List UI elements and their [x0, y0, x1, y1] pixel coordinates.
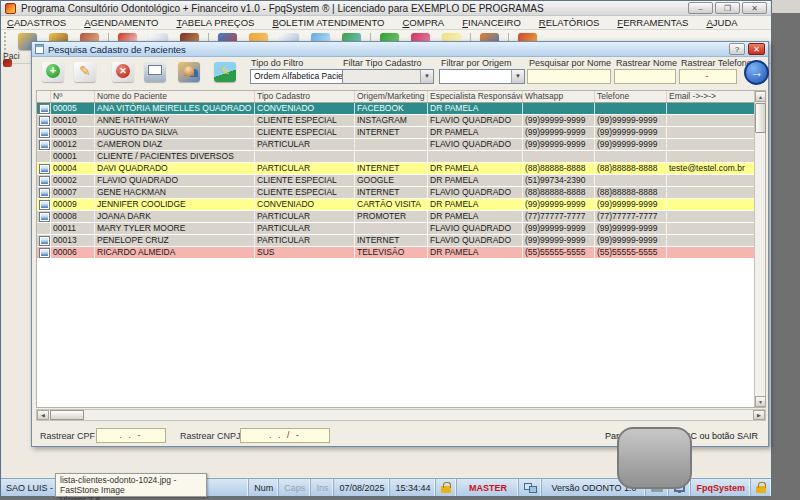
table-row[interactable]: 00009 JENNIFER COOLIDGE CONVENIADO CARTÃ…: [37, 199, 756, 211]
scroll-down-icon[interactable]: ▼: [755, 396, 766, 407]
cell-origem: GOOGLE: [355, 175, 428, 186]
status-brand: FpqSystem: [691, 479, 751, 496]
filtrar-tipo-select[interactable]: ▼: [342, 69, 434, 84]
table-row[interactable]: 00008 JOANA DARK PARTICULAR PROMOTER DR …: [37, 211, 756, 223]
column-especialista[interactable]: Especialista Responsável: [428, 91, 523, 102]
mini-red-icon: [3, 59, 12, 67]
table-row[interactable]: 00013 PENELOPE CRUZ PARTICULAR INTERNET …: [37, 235, 756, 247]
faststone-overlay: [617, 427, 692, 489]
table-row[interactable]: 00011 MARY TYLER MOORE PARTICULAR FLAVIO…: [37, 223, 756, 235]
column-icon-spacer: [37, 91, 51, 102]
rastrear-nome-input[interactable]: [614, 69, 676, 84]
window-title: Programa Consultório Odontológico + Fina…: [21, 3, 544, 14]
tooltip-line1: lista-clientes-odonto-1024.jpg - FastSto…: [60, 475, 202, 495]
scroll-left-icon[interactable]: ◀: [37, 410, 49, 420]
dialog-titlebar[interactable]: Pesquisa Cadastro de Pacientes ? ✕: [32, 42, 768, 57]
cell-whatsapp: (51)99734-2390: [523, 175, 595, 186]
dialog-close-button[interactable]: ✕: [748, 43, 765, 55]
minimize-button[interactable]: –: [688, 2, 713, 14]
cell-tipo: CLIENTE ESPECIAL: [255, 127, 355, 138]
cell-num: 00012: [51, 139, 95, 150]
cell-telefone: (99)99999-9999: [595, 199, 667, 210]
vertical-scrollbar[interactable]: ▲ ▼: [754, 91, 765, 407]
cell-whatsapp: (88)88888-8888: [523, 187, 595, 198]
contacts-button[interactable]: [178, 62, 200, 82]
dialog-help-button[interactable]: ?: [729, 43, 745, 55]
cell-nome: ANA VITÓRIA MEIRELLES QUADRADO: [95, 103, 255, 114]
restore-button[interactable]: ❐: [715, 2, 740, 14]
pesquisar-nome-input[interactable]: [527, 69, 611, 84]
cell-num: 00010: [51, 115, 95, 126]
filtrar-origem-select[interactable]: ▼: [439, 69, 525, 84]
cell-origem: PROMOTER: [355, 211, 428, 222]
menu-item-cadastros[interactable]: CADASTROS: [7, 17, 66, 28]
cell-nome: RICARDO ALMEIDA: [95, 247, 255, 258]
search-go-button[interactable]: →: [744, 60, 769, 85]
delete-patient-button[interactable]: [112, 62, 134, 82]
add-patient-button[interactable]: [42, 62, 64, 82]
table-row[interactable]: 00010 ANNE HATHAWAY CLIENTE ESPECIAL INS…: [37, 115, 756, 127]
vscroll-thumb[interactable]: [755, 103, 766, 133]
menu-item-tabela-pre-os[interactable]: TABELA PREÇOS: [176, 17, 254, 28]
column-origem[interactable]: Origem/Marketing: [355, 91, 428, 102]
cell-whatsapp: (99)99999-9999: [523, 223, 595, 234]
cell-email: [667, 175, 756, 186]
cell-whatsapp: [523, 103, 595, 114]
column-telefone[interactable]: Telefone: [595, 91, 667, 102]
tipo-filtro-value: Ordem Alfabetica Paciente: [254, 71, 355, 81]
cell-tipo: PARTICULAR: [255, 223, 355, 234]
cell-especialista: DR PAMELA: [428, 103, 523, 114]
table-row[interactable]: 00003 AUGUSTO DA SILVA CLIENTE ESPECIAL …: [37, 127, 756, 139]
menu-item-agendamento[interactable]: AGENDAMENTO: [84, 17, 158, 28]
table-row[interactable]: 00012 CAMERON DIAZ PARTICULAR FLAVIO QUA…: [37, 139, 756, 151]
print-button[interactable]: [144, 62, 166, 82]
menu-item-boletim-atendimento[interactable]: BOLETIM ATENDIMENTO: [272, 17, 384, 28]
rastrear-cpf-input[interactable]: . . -: [96, 428, 166, 443]
cell-especialista: DR PAMELA: [428, 163, 523, 174]
cell-email: [667, 235, 756, 246]
column-whatsapp[interactable]: Whatsapp: [523, 91, 595, 102]
menu-item-compra[interactable]: COMPRA: [402, 17, 444, 28]
exit-island-button[interactable]: [214, 62, 236, 82]
cell-origem: CARTÃO VISITA: [355, 199, 428, 210]
menu-item-ferramentas[interactable]: FERRAMENTAS: [617, 17, 688, 28]
cell-email: [667, 115, 756, 126]
table-row[interactable]: 00007 GENE HACKMAN CLIENTE ESPECIAL INTE…: [37, 187, 756, 199]
edit-patient-button[interactable]: ✎: [74, 62, 96, 82]
close-button[interactable]: ✕: [742, 2, 767, 14]
horizontal-scrollbar[interactable]: ◀ ▶: [36, 409, 766, 421]
cell-whatsapp: (99)99999-9999: [523, 115, 595, 126]
menu-item-relat-rios[interactable]: RELATÓRIOS: [539, 17, 600, 28]
cell-telefone: (99)99999-9999: [595, 139, 667, 150]
rastrear-cnpj-input[interactable]: . . / -: [240, 428, 330, 443]
rastrear-cnpj-label: Rastrear CNPJ: [180, 431, 241, 441]
column-num[interactable]: Nº: [51, 91, 95, 102]
hscroll-thumb[interactable]: [50, 410, 84, 420]
table-row[interactable]: 00002 FLAVIO QUADRADO CLIENTE ESPECIAL G…: [37, 175, 756, 187]
dialog-pesquisa-pacientes: Pesquisa Cadastro de Pacientes ? ✕ ✎ Tip…: [31, 41, 769, 447]
status-time: 15:34:44: [390, 479, 436, 496]
chevron-down-icon[interactable]: ▼: [511, 70, 524, 83]
scroll-up-icon[interactable]: ▲: [755, 91, 766, 102]
scroll-right-icon[interactable]: ▶: [753, 410, 765, 420]
cell-nome: ANNE HATHAWAY: [95, 115, 255, 126]
column-email[interactable]: Email ->->->: [667, 91, 756, 102]
table-row[interactable]: 00004 DAVI QUADRADO PARTICULAR INTERNET …: [37, 163, 756, 175]
cell-whatsapp: (99)99999-9999: [523, 199, 595, 210]
status-ins: Ins: [311, 479, 334, 496]
table-row[interactable]: 00005 ANA VITÓRIA MEIRELLES QUADRADO CON…: [37, 103, 756, 115]
cell-nome: CLIENTE / PACIENTES DIVERSOS: [95, 151, 255, 162]
cell-telefone: (55)55555-5555: [595, 247, 667, 258]
cell-tipo: [255, 151, 355, 162]
table-body: 00005 ANA VITÓRIA MEIRELLES QUADRADO CON…: [37, 103, 756, 259]
table-row[interactable]: 00001 CLIENTE / PACIENTES DIVERSOS: [37, 151, 756, 163]
menu-item-financeiro[interactable]: FINANCEIRO: [462, 17, 521, 28]
table-row[interactable]: 00006 RICARDO ALMEIDA SUS TELEVISÃO DR P…: [37, 247, 756, 259]
cell-nome: JENNIFER COOLIDGE: [95, 199, 255, 210]
rastrear-telefone-input[interactable]: -: [679, 69, 737, 84]
menu-item-ajuda[interactable]: AJUDA: [706, 17, 737, 28]
column-nome[interactable]: Nome do Paciente: [95, 91, 255, 102]
column-tipo[interactable]: Tipo Cadastro: [255, 91, 355, 102]
cell-origem: INTERNET: [355, 187, 428, 198]
chevron-down-icon[interactable]: ▼: [420, 70, 433, 83]
